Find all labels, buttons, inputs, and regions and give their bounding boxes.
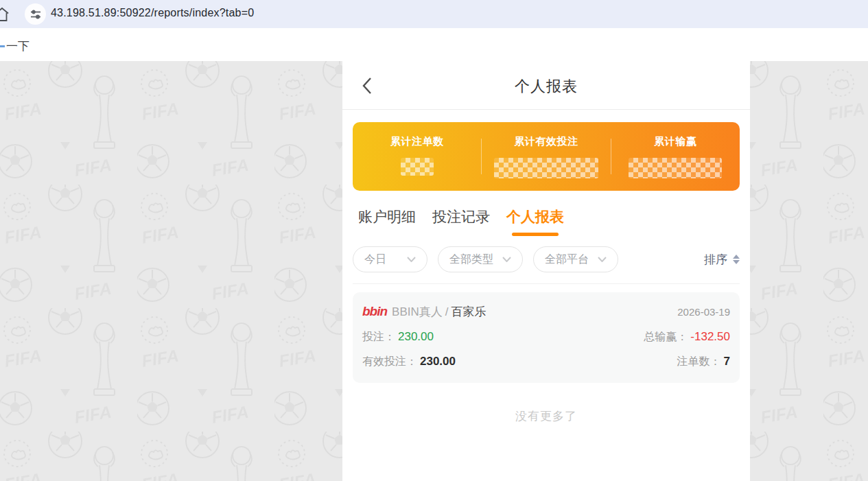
summary-value-censored [494, 158, 598, 178]
no-more-text: 没有更多了 [342, 408, 750, 424]
tab-personal-report[interactable]: 个人报表 [506, 207, 564, 236]
dropdown-label: 今日 [364, 253, 386, 267]
game-name: 百家乐 [451, 304, 486, 320]
tab-active-underline [512, 233, 559, 236]
home-icon[interactable] [0, 6, 10, 25]
panel-header: 个人报表 [342, 61, 750, 110]
sort-control[interactable]: 排序 [704, 252, 740, 268]
page-title: 个人报表 [342, 76, 750, 97]
summary-card: 累计注单数 累计有效投注 累计输赢 [353, 122, 740, 191]
summary-value-censored [401, 158, 434, 176]
tab-label: 投注记录 [432, 209, 490, 224]
bet-count-value: 7 [724, 355, 730, 368]
summary-label: 累计有效投注 [514, 135, 578, 148]
report-card-mid-row: 投注： 230.00 总输赢： -132.50 [362, 330, 730, 344]
valid-bet-value: 230.00 [420, 355, 456, 368]
summary-label: 累计输赢 [654, 135, 696, 148]
tab-underline [364, 233, 410, 236]
tab-bar: 账户明细 投注记录 个人报表 [358, 207, 750, 236]
tab-label: 个人报表 [506, 209, 564, 224]
bookmark-favicon-fragment [0, 45, 5, 47]
bbin-logo: bbin [362, 304, 387, 319]
bet-label: 投注： [362, 330, 395, 344]
tab-account-details[interactable]: 账户明细 [358, 207, 416, 236]
summary-col-winloss: 累计输赢 [611, 122, 740, 191]
valid-bet-label: 有效投注： [362, 355, 417, 369]
sort-label: 排序 [704, 252, 727, 268]
bookmark-label[interactable]: 一下 [6, 38, 30, 54]
dropdown-label: 全部平台 [545, 253, 589, 267]
type-filter-dropdown[interactable]: 全部类型 [438, 246, 523, 272]
tab-underline [438, 233, 484, 236]
platform-filter-dropdown[interactable]: 全部平台 [533, 246, 618, 272]
chevron-down-icon [502, 257, 511, 262]
bet-value: 230.00 [398, 330, 434, 344]
date-filter-dropdown[interactable]: 今日 [353, 246, 427, 272]
report-card-header-row: bbin BBIN真人 / 百家乐 2026-03-19 [362, 304, 730, 320]
chevron-down-icon [407, 257, 416, 262]
dropdown-label: 全部类型 [449, 253, 493, 267]
bet-count-label: 注单数： [677, 355, 721, 369]
tab-bet-records[interactable]: 投注记录 [432, 207, 490, 236]
browser-address-bar: 43.198.51.89:50922/reports/index?tab=0 [0, 0, 868, 28]
summary-value-censored [629, 158, 722, 178]
chevron-down-icon [598, 257, 607, 262]
summary-col-valid-bet: 累计有效投注 [482, 122, 610, 191]
url-text[interactable]: 43.198.51.89:50922/reports/index?tab=0 [51, 7, 254, 19]
filter-bar: 今日 全部类型 全部平台 排序 [353, 246, 740, 284]
sort-arrows-icon [733, 255, 740, 264]
site-info-icon[interactable] [25, 3, 46, 25]
winloss-label: 总输赢： [644, 330, 688, 344]
summary-col-bet-count: 累计注单数 [353, 122, 481, 191]
bookmarks-bar: 一下 [0, 28, 868, 61]
report-row-card[interactable]: bbin BBIN真人 / 百家乐 2026-03-19 投注： 230.00 … [353, 292, 740, 383]
tab-label: 账户明细 [358, 209, 416, 224]
provider-game-separator: / [445, 305, 449, 319]
report-card-bottom-row: 有效投注： 230.00 注单数： 7 [362, 355, 730, 369]
summary-label: 累计注单数 [390, 135, 444, 148]
provider-name: BBIN真人 [392, 304, 443, 320]
winloss-value: -132.50 [690, 330, 730, 344]
report-panel: 个人报表 累计注单数 累计有效投注 累计输赢 账户明细 投注记录 个人报表 [342, 61, 750, 481]
report-date: 2026-03-19 [677, 306, 730, 318]
